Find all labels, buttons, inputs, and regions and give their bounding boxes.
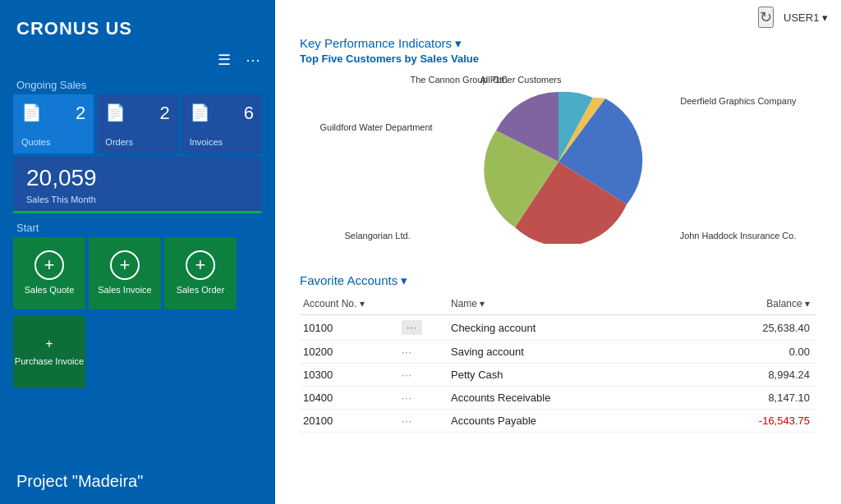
sales-invoice-label: Sales Invoice: [98, 285, 151, 296]
start-tiles-row: + Sales Quote + Sales Invoice + Sales Or…: [0, 237, 275, 313]
plus-icon-sales-quote: +: [34, 250, 64, 280]
accounts-table: Account No. ▾ Name ▾ Balance ▾ 10100···C…: [300, 295, 816, 433]
cell-name: Checking account: [448, 315, 685, 341]
pie-chart: [468, 80, 649, 244]
dots-button[interactable]: ···: [402, 320, 422, 335]
invoices-tile[interactable]: 📄 6 Invoices: [182, 94, 262, 153]
orders-number: 2: [159, 103, 169, 124]
kpi-subtitle: Top Five Customers by Sales Value: [300, 53, 816, 65]
label-haddock: John Haddock Insurance Co.: [680, 231, 797, 241]
dots-inline-button[interactable]: ···: [402, 415, 412, 427]
cell-balance: 0.00: [685, 341, 816, 364]
plus-icon-sales-invoice: +: [110, 250, 140, 280]
ongoing-sales-label: Ongoing Sales: [0, 74, 275, 94]
user-menu[interactable]: USER1 ▾: [784, 11, 828, 24]
sales-quote-tile[interactable]: + Sales Quote: [13, 237, 85, 309]
plus-icon-purchase-invoice: +: [45, 337, 53, 351]
pie-chart-area: Deerfield Graphics Company All Other Cus…: [320, 71, 797, 260]
sales-this-month-label: Sales This Month: [26, 195, 249, 204]
main-header: ↻ USER1 ▾: [275, 0, 841, 31]
col-name[interactable]: [398, 295, 448, 315]
hamburger-icon[interactable]: ☰: [218, 53, 231, 67]
quotes-number: 2: [76, 103, 85, 124]
cell-balance: 8,147.10: [685, 387, 816, 410]
cell-balance: 25,638.40: [685, 315, 816, 341]
dots-inline-button[interactable]: ···: [402, 369, 412, 381]
cell-dots[interactable]: ···: [398, 315, 448, 341]
cell-balance: 8,994.24: [685, 364, 816, 387]
cell-balance: -16,543.75: [685, 410, 816, 433]
main-content: Key Performance Indicators ▾ Top Five Cu…: [275, 31, 841, 441]
cell-name: Petty Cash: [448, 364, 685, 387]
cell-dots[interactable]: ···: [398, 410, 448, 433]
sales-order-label: Sales Order: [177, 285, 225, 296]
refresh-button[interactable]: ↻: [758, 7, 774, 28]
col-balance[interactable]: Balance ▾: [685, 295, 816, 315]
more-options-icon[interactable]: ⋯: [246, 53, 260, 67]
favorite-accounts-section: Favorite Accounts ▾ Account No. ▾ Name ▾…: [300, 273, 816, 433]
sidebar-toolbar: ☰ ⋯: [0, 49, 275, 74]
label-selangorian: Selangorian Ltd.: [345, 231, 411, 241]
cell-dots[interactable]: ···: [398, 341, 448, 364]
col-account-no[interactable]: Account No. ▾: [300, 295, 398, 315]
doc-icon-invoices: 📄: [190, 103, 210, 122]
cell-name: Saving account: [448, 341, 685, 364]
sales-quote-label: Sales Quote: [25, 285, 75, 296]
table-row[interactable]: 10100···Checking account25,638.40: [300, 315, 816, 341]
cell-account-no: 10100: [300, 315, 398, 341]
sales-this-month-tile[interactable]: 20,059 Sales This Month: [13, 157, 262, 213]
invoices-label: Invoices: [190, 137, 223, 147]
sidebar: CRONUS US ☰ ⋯ Ongoing Sales 📄 2 Quotes 📄…: [0, 0, 275, 504]
start-label: Start: [0, 217, 275, 237]
favorite-accounts-title[interactable]: Favorite Accounts ▾: [300, 273, 816, 288]
table-row[interactable]: 10200···Saving account0.00: [300, 341, 816, 364]
col-name-label[interactable]: Name ▾: [448, 295, 685, 315]
purchase-invoice-tile[interactable]: + Purchase Invoice: [13, 316, 85, 388]
quotes-tile[interactable]: 📄 2 Quotes: [13, 94, 94, 153]
cell-name: Accounts Payable: [448, 410, 685, 433]
orders-tile[interactable]: 📄 2 Orders: [97, 94, 177, 153]
label-cannon: The Cannon Group PLC: [411, 75, 508, 85]
cell-dots[interactable]: ···: [398, 387, 448, 410]
cell-account-no: 20100: [300, 410, 398, 433]
sales-this-month-number: 20,059: [26, 165, 249, 191]
main-panel: ↻ USER1 ▾ Key Performance Indicators ▾ T…: [275, 0, 841, 504]
invoices-number: 6: [244, 103, 254, 124]
cell-account-no: 10200: [300, 341, 398, 364]
kpi-section: Key Performance Indicators ▾ Top Five Cu…: [300, 36, 816, 260]
dots-inline-button[interactable]: ···: [402, 392, 412, 404]
label-guildford: Guildford Water Department: [320, 122, 433, 132]
cell-name: Accounts Receivable: [448, 387, 685, 410]
sales-invoice-tile[interactable]: + Sales Invoice: [89, 237, 161, 309]
label-deerfield: Deerfield Graphics Company: [680, 96, 796, 106]
orders-label: Orders: [105, 137, 133, 147]
sales-order-tile[interactable]: + Sales Order: [164, 237, 237, 309]
cell-account-no: 10300: [300, 364, 398, 387]
purchase-invoice-label: Purchase Invoice: [15, 356, 84, 367]
doc-icon-orders: 📄: [105, 103, 126, 122]
table-row[interactable]: 10400···Accounts Receivable8,147.10: [300, 387, 816, 410]
quotes-label: Quotes: [21, 137, 50, 147]
table-row[interactable]: 10300···Petty Cash8,994.24: [300, 364, 816, 387]
kpi-title[interactable]: Key Performance Indicators ▾: [300, 36, 816, 51]
doc-icon: 📄: [21, 103, 42, 122]
dots-inline-button[interactable]: ···: [402, 346, 412, 358]
table-row[interactable]: 20100···Accounts Payable-16,543.75: [300, 410, 816, 433]
cell-dots[interactable]: ···: [398, 364, 448, 387]
plus-icon-sales-order: +: [186, 250, 215, 280]
cell-account-no: 10400: [300, 387, 398, 410]
project-label: Project "Madeira": [0, 459, 275, 504]
app-title: CRONUS US: [0, 0, 275, 49]
sales-tiles-row: 📄 2 Quotes 📄 2 Orders 📄 6 Invoices: [0, 94, 275, 157]
